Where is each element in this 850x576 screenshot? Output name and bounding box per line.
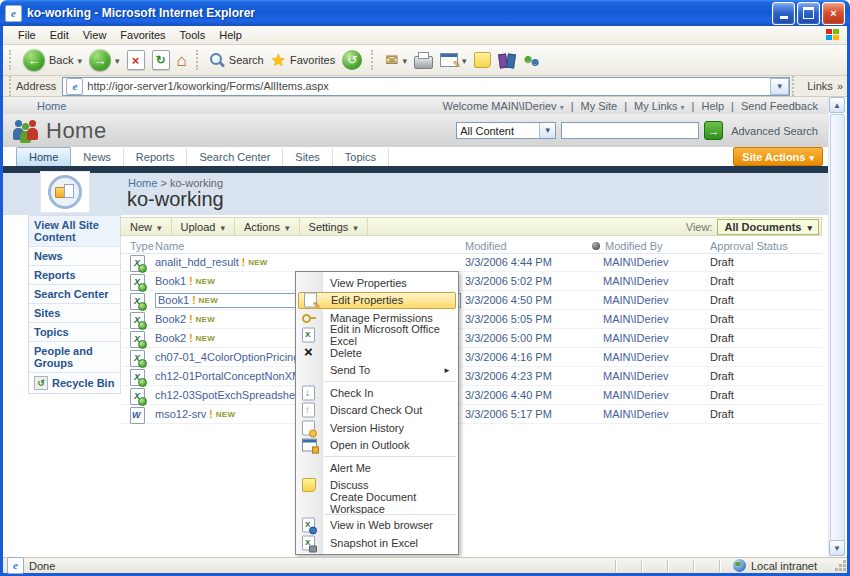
maximize-button[interactable]	[797, 2, 820, 25]
mail-button[interactable]: ✉	[385, 52, 407, 68]
menu-item-discard-check-out[interactable]: Discard Check Out	[296, 402, 458, 420]
scrollbar-thumb[interactable]	[830, 114, 845, 542]
scroll-down-button[interactable]: ▼	[829, 540, 845, 556]
history-button[interactable]: ↺	[342, 50, 362, 70]
menu-item-open-in-outlook[interactable]: Open in Outlook	[296, 437, 458, 455]
back-button[interactable]: ← Back	[23, 49, 82, 71]
modified-by-cell[interactable]: MAIN\IDeriev	[592, 294, 710, 306]
tab-home[interactable]: Home	[16, 147, 71, 166]
document-link[interactable]: ch12-01PortalConceptNonXML	[155, 370, 307, 382]
document-link[interactable]: Book2	[155, 313, 186, 325]
links-grip[interactable]	[792, 76, 797, 96]
forward-dropdown-icon[interactable]	[115, 54, 120, 66]
table-row[interactable]: Book2!NEW 3/3/2006 5:00 PM MAIN\IDeriev …	[120, 329, 822, 348]
modified-by-cell[interactable]: MAIN\IDeriev	[592, 370, 710, 382]
column-modified-by[interactable]: Modified By	[592, 240, 710, 252]
close-button[interactable]: ×	[822, 2, 845, 25]
menu-favorites[interactable]: Favorites	[113, 27, 172, 43]
modified-by-cell[interactable]: MAIN\IDeriev	[592, 408, 710, 420]
menu-item-create-document-workspace[interactable]: Create Document Workspace	[296, 494, 458, 512]
menu-tools[interactable]: Tools	[173, 27, 213, 43]
modified-by-cell[interactable]: MAIN\IDeriev	[592, 313, 710, 325]
modified-by-cell[interactable]: MAIN\IDeriev	[592, 389, 710, 401]
table-row[interactable]: mso12-srv!NEW 3/3/2006 5:17 PM MAIN\IDer…	[120, 405, 822, 424]
column-modified[interactable]: Modified	[465, 240, 592, 252]
table-row[interactable]: analit_hdd_result!NEW 3/3/2006 4:44 PM M…	[120, 253, 822, 272]
tab-sites[interactable]: Sites	[283, 148, 332, 166]
sidebar-item-search-center[interactable]: Search Center	[29, 285, 120, 304]
menu-item-delete[interactable]: Delete	[296, 344, 458, 362]
address-input[interactable]: e http://igor-server1/koworking/Forms/Al…	[62, 77, 790, 96]
mail-dropdown-icon[interactable]	[403, 54, 408, 66]
search-scope-select[interactable]: All Content ▼	[456, 122, 556, 139]
menu-item-version-history[interactable]: Version History	[296, 419, 458, 437]
table-row-selected[interactable]: Book1!NEW 3/3/2006 4:50 PM MAIN\IDeriev …	[120, 291, 822, 310]
scroll-up-button[interactable]: ▲	[829, 97, 845, 113]
site-title[interactable]: Home	[46, 118, 107, 144]
tab-topics[interactable]: Topics	[333, 148, 389, 166]
stop-button[interactable]: ×	[127, 50, 145, 70]
research-button[interactable]	[498, 53, 515, 68]
advanced-search-link[interactable]: Advanced Search	[731, 125, 818, 137]
menu-item-edit-in-excel[interactable]: Edit in Microsoft Office Excel	[296, 327, 458, 345]
modified-by-cell[interactable]: MAIN\IDeriev	[592, 256, 710, 268]
table-row[interactable]: ch07-01_4ColorOptionPricing!NEW 3/3/2006…	[120, 348, 822, 367]
search-button[interactable]: Search	[210, 53, 264, 68]
sidebar-item-view-all-site-content[interactable]: View All Site Content	[29, 216, 120, 247]
site-actions-button[interactable]: Site Actions	[733, 147, 823, 166]
minimize-button[interactable]	[772, 2, 795, 25]
help-link[interactable]: Help	[701, 100, 724, 112]
menu-item-snapshot-in-excel[interactable]: Snapshot in Excel	[296, 534, 458, 552]
column-approval-status[interactable]: Approval Status	[710, 240, 822, 252]
menu-help[interactable]: Help	[212, 27, 249, 43]
links-chevron-icon[interactable]: »	[837, 80, 843, 92]
menu-item-edit-properties[interactable]: Edit Properties	[298, 292, 456, 310]
welcome-menu[interactable]: Welcome MAIN\IDeriev	[443, 100, 564, 112]
home-button[interactable]: ⌂	[177, 52, 187, 69]
tab-reports[interactable]: Reports	[124, 148, 188, 166]
table-row[interactable]: Book1!NEW 3/3/2006 5:02 PM MAIN\IDeriev …	[120, 272, 822, 291]
document-link[interactable]: Book2	[155, 332, 186, 344]
sidebar-item-reports[interactable]: Reports	[29, 266, 120, 285]
menu-item-alert-me[interactable]: Alert Me	[296, 459, 458, 477]
table-row[interactable]: ch12-01PortalConceptNonXML!NEW 3/3/2006 …	[120, 367, 822, 386]
document-link[interactable]: ch07-01_4ColorOptionPricing	[155, 351, 299, 363]
address-dropdown-button[interactable]: ▼	[770, 78, 789, 95]
new-menu[interactable]: New	[121, 218, 172, 235]
document-link[interactable]: Book1	[158, 294, 189, 306]
document-link[interactable]: mso12-srv	[155, 408, 206, 420]
print-button[interactable]	[414, 56, 433, 69]
my-site-link[interactable]: My Site	[581, 100, 618, 112]
edit-dropdown-icon[interactable]	[462, 54, 467, 66]
back-dropdown-icon[interactable]	[77, 54, 82, 66]
document-link[interactable]: analit_hdd_result	[155, 256, 239, 268]
tab-news[interactable]: News	[71, 148, 124, 166]
actions-menu[interactable]: Actions	[235, 218, 300, 235]
menu-edit[interactable]: Edit	[43, 27, 76, 43]
column-name[interactable]: Name	[155, 240, 465, 252]
send-feedback-link[interactable]: Send Feedback	[741, 100, 818, 112]
resize-grip[interactable]	[843, 568, 846, 571]
sidebar-item-news[interactable]: News	[29, 247, 120, 266]
links-label[interactable]: Links	[807, 80, 833, 92]
site-search-input[interactable]	[561, 122, 699, 139]
forward-button[interactable]: →	[89, 49, 120, 71]
upload-menu[interactable]: Upload	[172, 218, 235, 235]
view-dropdown[interactable]: All Documents	[717, 219, 819, 235]
modified-by-cell[interactable]: MAIN\IDeriev	[592, 351, 710, 363]
scope-dropdown-icon[interactable]: ▼	[539, 123, 555, 138]
edit-button[interactable]	[440, 53, 467, 67]
sidebar-item-sites[interactable]: Sites	[29, 304, 120, 323]
menu-file[interactable]: File	[11, 27, 43, 43]
title-bar[interactable]: e ko-working - Microsoft Internet Explor…	[0, 0, 850, 26]
menu-item-view-properties[interactable]: View Properties	[296, 274, 458, 292]
tab-search-center[interactable]: Search Center	[187, 148, 283, 166]
favorites-button[interactable]: ★ Favorites	[271, 52, 336, 69]
modified-by-cell[interactable]: MAIN\IDeriev	[592, 332, 710, 344]
menu-view[interactable]: View	[76, 27, 114, 43]
sidebar-item-recycle-bin[interactable]: ↺ Recycle Bin	[29, 373, 120, 393]
column-type[interactable]: Type	[120, 240, 155, 252]
sidebar-item-people-and-groups[interactable]: People and Groups	[29, 342, 120, 373]
messenger-button[interactable]	[522, 52, 540, 68]
refresh-button[interactable]: ↻	[152, 50, 170, 70]
